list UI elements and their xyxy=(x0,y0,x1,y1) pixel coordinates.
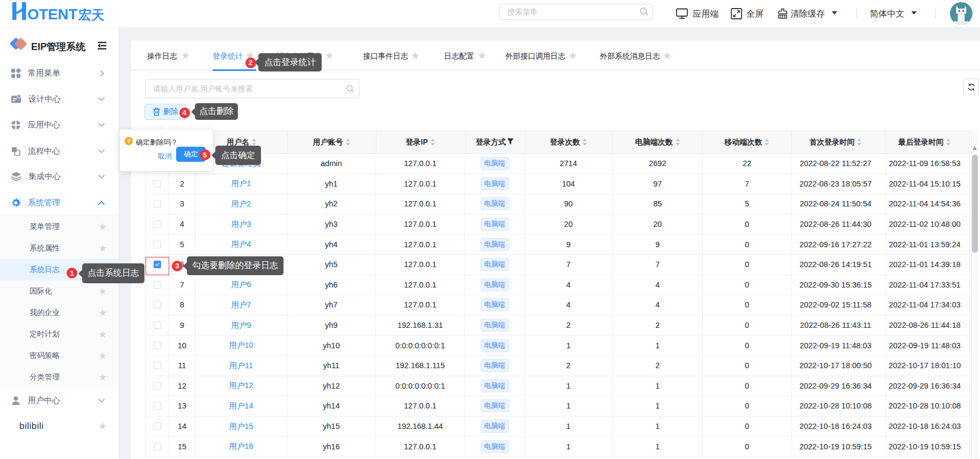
svg-text:宏天: 宏天 xyxy=(78,8,105,22)
svg-text:OTENT: OTENT xyxy=(27,6,77,23)
